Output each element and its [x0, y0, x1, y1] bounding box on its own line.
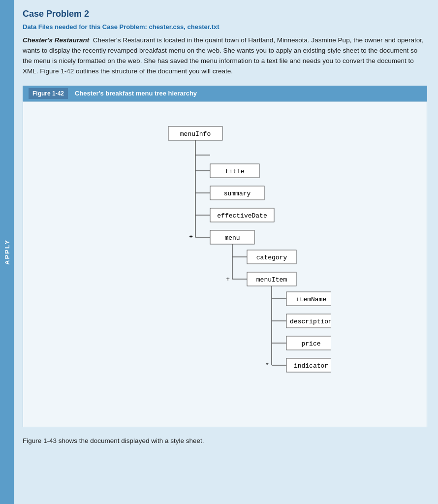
tree-container: menuInfo title summary effe — [31, 112, 419, 417]
node-description: description — [290, 318, 331, 325]
node-menuItem: menuItem — [256, 276, 287, 284]
case-problem-title: Case Problem 2 — [23, 9, 427, 19]
star-indicator: * — [265, 362, 269, 369]
figure-header: Figure 1-42 Chester's breakfast menu tre… — [23, 86, 427, 101]
node-effectiveDate: effectiveDate — [217, 212, 267, 220]
figure-box: menuInfo title summary effe — [23, 101, 427, 427]
node-summary: summary — [224, 190, 251, 197]
tree-diagram: menuInfo title summary effe — [119, 117, 331, 412]
figure-title: Chester's breakfast menu tree hierarchy — [75, 90, 197, 97]
node-itemName: itemName — [296, 296, 326, 303]
figure-label: Figure 1-42 — [29, 88, 68, 99]
data-files-label: Data Files needed for this Case Problem:… — [23, 23, 427, 31]
node-menuInfo: menuInfo — [180, 130, 211, 138]
main-content: Case Problem 2 Data Files needed for thi… — [14, 0, 438, 504]
plus-menuItem: + — [226, 276, 230, 283]
node-menu: menu — [224, 234, 240, 242]
node-price: price — [301, 340, 320, 347]
apply-tab-label: APPLY — [0, 0, 14, 504]
node-category: category — [256, 254, 287, 261]
node-indicator: indicator — [294, 362, 328, 370]
description-paragraph: Chester's Restaurant Chester's Restauran… — [23, 35, 427, 77]
figure-caption: Figure 1-43 shows the document displayed… — [23, 436, 427, 446]
restaurant-name: Chester's Restaurant — [23, 36, 89, 44]
plus-menu: + — [189, 233, 193, 241]
node-title: title — [225, 168, 244, 175]
